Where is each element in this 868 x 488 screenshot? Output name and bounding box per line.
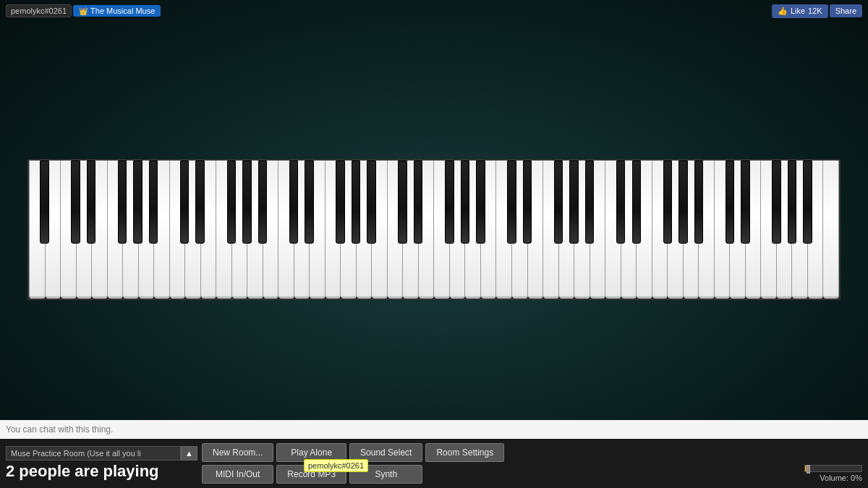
black-key[interactable] bbox=[803, 160, 812, 244]
crown-icon: 👑 bbox=[79, 7, 88, 15]
black-key[interactable] bbox=[195, 160, 204, 244]
midi-inout-button[interactable]: MIDI In/Out bbox=[202, 465, 273, 484]
black-key[interactable] bbox=[118, 160, 127, 244]
volume-label: Volume: 0% bbox=[820, 474, 862, 482]
black-key[interactable] bbox=[726, 160, 734, 244]
black-key[interactable] bbox=[569, 160, 578, 244]
room-selector: Muse Practice Room (Use it all you li ▲ bbox=[6, 446, 197, 461]
header: pemolykc#0261 👑 The Musical Muse 👍 Like … bbox=[0, 0, 868, 22]
black-key[interactable] bbox=[227, 160, 236, 244]
black-key[interactable] bbox=[336, 160, 344, 244]
room-name: Muse Practice Room (Use it all you li bbox=[6, 446, 181, 461]
black-key[interactable] bbox=[741, 160, 749, 244]
players-count: 2 people are playing bbox=[6, 462, 197, 481]
username-tooltip: pemolykc#0261 bbox=[304, 459, 368, 472]
black-key[interactable] bbox=[71, 160, 80, 244]
fb-buttons: 👍 Like 12K Share bbox=[772, 4, 862, 18]
black-key[interactable] bbox=[352, 160, 360, 244]
black-key[interactable] bbox=[554, 160, 563, 244]
room-info: Muse Practice Room (Use it all you li ▲ … bbox=[6, 446, 197, 481]
black-key[interactable] bbox=[678, 160, 687, 244]
black-key[interactable] bbox=[242, 160, 251, 244]
black-key[interactable] bbox=[149, 160, 158, 244]
black-key[interactable] bbox=[445, 160, 454, 244]
black-key[interactable] bbox=[414, 160, 422, 244]
channel-badge[interactable]: 👑 The Musical Muse bbox=[73, 5, 161, 17]
black-key[interactable] bbox=[694, 160, 703, 244]
black-key[interactable] bbox=[616, 160, 625, 244]
new-room-button[interactable]: New Room... bbox=[202, 443, 273, 462]
volume-knob[interactable] bbox=[807, 465, 810, 474]
volume-bar-container[interactable] bbox=[804, 465, 862, 472]
white-key[interactable] bbox=[823, 160, 839, 299]
fb-like-count: 12K bbox=[808, 7, 822, 15]
black-key[interactable] bbox=[476, 160, 485, 244]
black-key[interactable] bbox=[180, 160, 189, 244]
chat-bar bbox=[0, 420, 868, 439]
fb-like-label: Like bbox=[791, 7, 805, 15]
bottom-toolbar: Muse Practice Room (Use it all you li ▲ … bbox=[0, 439, 868, 488]
black-key[interactable] bbox=[87, 160, 95, 244]
room-settings-button[interactable]: Room Settings bbox=[425, 443, 504, 462]
black-key[interactable] bbox=[461, 160, 469, 244]
black-key[interactable] bbox=[305, 160, 313, 244]
black-key[interactable] bbox=[398, 160, 407, 244]
black-key[interactable] bbox=[585, 160, 594, 244]
user-badge[interactable]: pemolykc#0261 bbox=[6, 4, 72, 17]
piano-keyboard[interactable] bbox=[27, 159, 841, 300]
black-key[interactable] bbox=[258, 160, 267, 244]
channel-name-label: The Musical Muse bbox=[90, 7, 155, 15]
volume-control: Volume: 0% bbox=[804, 465, 862, 482]
fb-share-button[interactable]: Share bbox=[830, 4, 862, 17]
header-left: pemolykc#0261 👑 The Musical Muse bbox=[6, 4, 161, 17]
black-key[interactable] bbox=[663, 160, 672, 244]
black-key[interactable] bbox=[40, 160, 48, 244]
black-key[interactable] bbox=[133, 160, 142, 244]
black-key[interactable] bbox=[367, 160, 375, 244]
room-expand-button[interactable]: ▲ bbox=[181, 446, 197, 461]
black-key[interactable] bbox=[788, 160, 796, 244]
black-key[interactable] bbox=[632, 160, 641, 244]
black-key[interactable] bbox=[289, 160, 298, 244]
piano-container bbox=[27, 159, 841, 300]
black-key[interactable] bbox=[523, 160, 532, 244]
chat-input[interactable] bbox=[0, 420, 868, 439]
fb-like-button[interactable]: 👍 Like 12K bbox=[772, 4, 828, 18]
black-key[interactable] bbox=[772, 160, 780, 244]
thumbs-up-icon: 👍 bbox=[778, 7, 788, 16]
black-key[interactable] bbox=[507, 160, 516, 244]
